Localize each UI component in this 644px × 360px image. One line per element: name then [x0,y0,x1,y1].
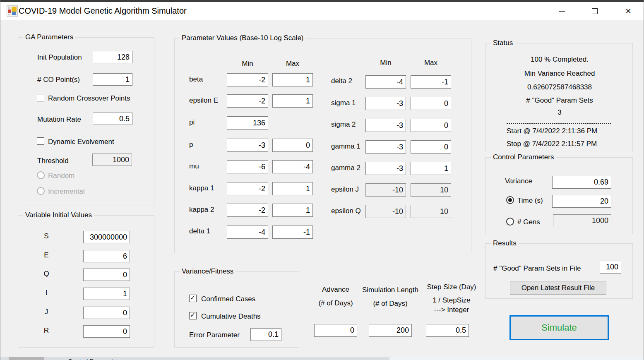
incremental-radio-label: Incremental [48,187,85,196]
co-points-input[interactable] [93,73,132,86]
simulation-length-input[interactable] [369,324,412,337]
variance-fitness-title: Variance/Fitness [180,267,235,276]
variance-fitness-group: Variance/Fitness ✓ Confirmed Cases ✓ Cum… [174,271,299,348]
min-header-left: Min [227,60,268,68]
init-population-label: Init Population [37,53,82,62]
time-input[interactable] [552,195,611,208]
background-clipped-label: Control Parameters [68,358,122,360]
param-gamma1-max-input[interactable] [411,140,451,154]
param-epsilonE-min-input[interactable] [227,94,268,108]
random-crossover-label: Random Crossover Points [48,94,130,103]
param-delta2-max-input[interactable] [411,75,451,89]
variance-input[interactable] [552,176,611,189]
param-sigma1-label: sigma 1 [331,99,356,107]
open-latest-result-button[interactable]: Open Latest Result File [510,281,606,295]
confirmed-cases-label: Confirmed Cases [201,295,255,303]
param-delta1-max-input[interactable] [272,226,313,239]
var-i-label: I [41,289,51,297]
param-epsilonE-max-input[interactable] [272,94,313,108]
confirmed-cases-checkbox[interactable]: ✓ [189,295,197,302]
maximize-icon [592,8,598,14]
status-min-variance-value: 0.626072587468338 [486,83,633,91]
mutation-rate-input[interactable] [93,113,132,125]
close-button[interactable]: ✕ [617,2,640,20]
param-sigma2-min-input[interactable] [365,119,406,132]
param-sigma1-max-input[interactable] [411,97,451,110]
var-q-input[interactable] [83,269,130,281]
param-p-label: p [189,141,193,149]
param-delta2-label: delta 2 [331,77,352,85]
param-epsilonJ-max-input [411,183,451,197]
status-separator [507,123,611,124]
var-r-label: R [41,326,51,335]
dynamic-evolvement-checkbox[interactable] [37,137,44,145]
param-kappa1-min-input[interactable] [227,182,268,195]
check-icon: ✓ [190,312,195,319]
param-kappa1-max-input[interactable] [272,182,313,195]
window-title: COVID-19 Model Genetic Algorithm Simulat… [19,2,187,20]
step-size-input[interactable] [426,324,469,337]
var-q-label: Q [41,270,51,278]
dynamic-evolvement-label: Dynamic Evolvement [48,138,114,146]
background-window-fragment [9,357,44,360]
param-sigma2-max-input[interactable] [411,119,451,132]
param-kappa2-max-input[interactable] [272,204,313,217]
var-e-input[interactable] [83,250,130,262]
param-mu-max-input[interactable] [272,160,313,173]
param-mu-min-input[interactable] [227,160,268,173]
good-sets-file-input[interactable] [600,261,621,274]
max-header-right: Max [411,59,451,67]
advance-days-input[interactable] [314,324,357,337]
var-i-input[interactable] [83,288,130,300]
step-size-label-line1: Step Size (Day) [423,283,481,291]
var-e-label: E [41,251,51,259]
gens-radio[interactable] [506,218,514,226]
init-population-input[interactable] [93,51,132,63]
parameter-values-group: Parameter Values (Base-10 Log Scale) Min… [174,38,471,253]
param-beta-label: beta [189,75,203,84]
param-p-max-input[interactable] [272,139,313,152]
mutation-rate-label: Mutation Rate [37,115,81,124]
time-radio[interactable] [506,196,514,204]
param-mu-label: mu [189,162,199,170]
min-header-right: Min [365,59,406,67]
var-s-input[interactable] [83,231,130,243]
advance-label-line1: Advance [314,286,357,294]
threshold-input [92,154,132,166]
param-gamma1-min-input[interactable] [365,140,406,154]
maximize-button[interactable] [583,2,606,20]
param-beta-max-input[interactable] [272,73,313,86]
param-sigma1-min-input[interactable] [365,97,406,110]
var-j-input[interactable] [83,307,130,319]
error-parameter-input[interactable] [250,328,281,341]
cumulative-deaths-checkbox[interactable]: ✓ [189,312,197,319]
minimize-button[interactable] [550,2,573,20]
status-title: Status [491,39,515,47]
param-delta1-min-input[interactable] [227,226,268,239]
param-gamma2-max-input[interactable] [411,162,451,175]
param-delta1-label: delta 1 [189,227,210,235]
co-points-label: # CO Point(s) [37,76,80,84]
param-delta2-min-input[interactable] [365,75,406,89]
param-epsilonJ-min-input [365,183,406,197]
var-r-input[interactable] [83,325,130,338]
step-size-label-line3: ---> Integer [423,306,481,314]
ga-parameters-group: GA Parameters Init Population # CO Point… [18,37,154,206]
random-crossover-checkbox[interactable] [37,94,44,101]
param-beta-min-input[interactable] [227,73,268,86]
status-good-sets-label: # "Good" Param Sets [486,96,633,105]
simulate-button[interactable]: Simulate [509,315,609,340]
param-kappa1-label: kappa 1 [189,184,214,192]
param-epsilonJ-label: epsilon J [331,185,359,194]
simulation-length-label-line1: Simulation Length [356,286,424,294]
random-radio-label: Random [48,172,74,180]
param-pi-input[interactable] [227,116,268,130]
threshold-label: Threshold [37,157,69,165]
max-header-left: Max [272,60,313,68]
param-p-min-input[interactable] [227,139,268,152]
param-epsilonQ-label: epsilon Q [331,207,361,215]
param-gamma2-min-input[interactable] [365,162,406,175]
param-kappa2-min-input[interactable] [227,204,268,217]
gens-radio-label: # Gens [517,218,540,226]
variable-initial-values-group: Variable Initial Values S E Q I J R [18,215,154,348]
